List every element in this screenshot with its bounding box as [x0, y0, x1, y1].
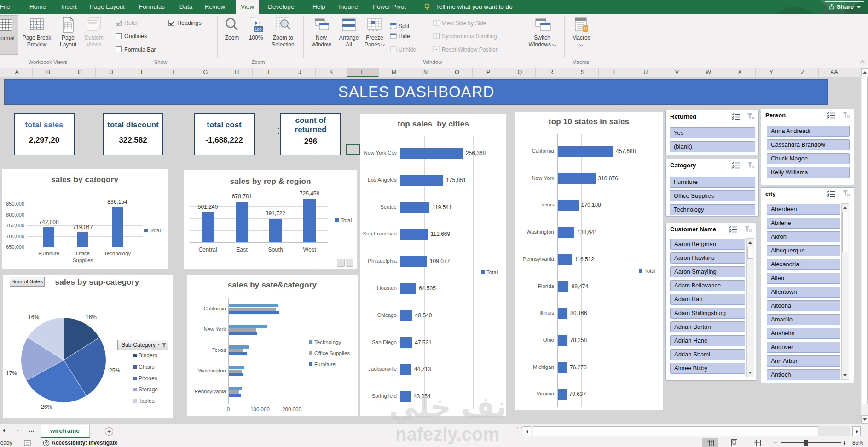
slicer-item-adrian-barton[interactable]: Adrian Barton	[670, 321, 745, 332]
zoom-out-button[interactable]: −	[773, 438, 777, 447]
gridlines-checkbox[interactable]: Gridlines	[116, 33, 147, 40]
kpi-total-cost[interactable]: total cost -1,688,222	[194, 113, 255, 155]
reset-window-position-button[interactable]: Reset Window Position	[433, 46, 498, 54]
zoom-in-button[interactable]: +	[842, 438, 846, 447]
sheet-tab-wireframe[interactable]: wireframe	[41, 425, 90, 438]
clear-filter-icon[interactable]	[744, 226, 752, 234]
clear-filter-icon[interactable]	[842, 112, 850, 120]
synchronous-scrolling-button[interactable]: Synchronous Scrolling	[433, 33, 497, 40]
column-header-Y[interactable]: Y	[756, 68, 787, 77]
selected-cell[interactable]	[346, 144, 360, 155]
arrange-all-button[interactable]: ArrangeAll	[336, 15, 362, 55]
column-header-L[interactable]: L	[347, 68, 378, 77]
vertical-scrollbar-thumb[interactable]	[862, 77, 868, 404]
view-side-by-side-button[interactable]: View Side by Side	[433, 20, 486, 28]
scroll-down-button[interactable]	[861, 415, 868, 424]
slicer-scroll-down[interactable]	[842, 372, 849, 379]
clear-filter-icon[interactable]	[747, 114, 755, 121]
collapse-ribbon-button[interactable]	[860, 60, 866, 64]
slicer-scrollbar[interactable]	[746, 238, 754, 377]
slicer-item-yes[interactable]: Yes	[670, 127, 755, 138]
slicer-scrollbar[interactable]	[841, 203, 849, 380]
zoom-slider-track[interactable]	[781, 442, 841, 443]
chart-sales-by-category[interactable]: sales by category850,000800,000750,00070…	[1, 168, 168, 269]
horizontal-scrollbar-thumb[interactable]	[533, 426, 818, 436]
slicer-item-akron[interactable]: Akron	[767, 231, 840, 242]
column-header-A[interactable]: A	[1, 68, 33, 77]
sheet-grid[interactable]: SALES DASHBOARD total sales 2,297,20 tot…	[0, 77, 861, 424]
slicer-item--blank-[interactable]: (blank)	[670, 141, 755, 152]
slicer-person[interactable]: PersonAnna AndreadiCassandra BrandowChuc…	[761, 109, 854, 185]
kpi-total-discount[interactable]: total discount 322,582	[103, 113, 163, 155]
horizontal-scrollbar[interactable]	[523, 426, 861, 436]
chart-top-10-states-in-sales[interactable]: top 10 states in salesCalifornia457,688N…	[515, 112, 663, 411]
accessibility-status[interactable]: Accessibility: Investigate	[52, 438, 117, 447]
statusbar-page-layout-button[interactable]	[726, 438, 742, 447]
zoom-100-button[interactable]: 100 100%	[246, 15, 266, 55]
column-header-O[interactable]: O	[441, 68, 473, 77]
chart-sales-by-sub-category[interactable]: sales by sup-categorySum of Sales16%25%2…	[3, 274, 173, 418]
slicer-item-aaron-bergman[interactable]: Aaron Bergman	[670, 239, 745, 250]
chart-expand-button[interactable]: +	[337, 259, 345, 267]
column-header-P[interactable]: P	[473, 68, 504, 77]
slicer-item-adam-shillingsburg[interactable]: Adam Shillingsburg	[670, 308, 745, 319]
column-header-F[interactable]: F	[159, 68, 190, 77]
multi-select-icon[interactable]	[827, 190, 836, 199]
slicer-item-allentown[interactable]: Allentown	[767, 287, 840, 298]
slicer-customer-name[interactable]: Customer NameAaron BergmanAaron HawkinsA…	[665, 223, 756, 381]
slicer-item-albuquerque[interactable]: Albuquerque	[767, 245, 840, 256]
macros-button[interactable]: Macros	[568, 15, 594, 55]
vertical-scrollbar[interactable]	[861, 68, 868, 424]
normal-view-button[interactable]: Normal	[0, 15, 18, 55]
page-break-preview-button[interactable]: Page BreakPreview	[19, 15, 54, 55]
hide-button[interactable]: Hide	[390, 33, 410, 40]
column-header-X[interactable]: X	[724, 68, 756, 77]
multi-select-icon[interactable]	[827, 111, 836, 120]
split-button[interactable]: Split	[390, 23, 409, 30]
sheet-tab-ellipsis[interactable]: ...	[29, 425, 35, 433]
zoom-level[interactable]: 86%	[852, 438, 863, 447]
kpi-total-sales[interactable]: total sales 2,297,20	[14, 113, 75, 155]
ruler-checkbox[interactable]: Ruler	[116, 20, 138, 27]
column-header-I[interactable]: I	[253, 68, 284, 77]
new-sheet-button[interactable]: +	[105, 427, 113, 436]
slicer-returned[interactable]: ReturnedYes(blank)	[665, 110, 759, 155]
slicer-item-chuck-magee[interactable]: Chuck Magee	[767, 153, 850, 164]
slicer-item-furniture[interactable]: Furniture	[670, 177, 755, 188]
formula-bar-checkbox[interactable]: Formula Bar	[116, 46, 156, 54]
scroll-left-button[interactable]	[523, 426, 531, 436]
new-window-button[interactable]: NewWindow	[307, 15, 335, 55]
column-header-R[interactable]: R	[536, 68, 567, 77]
kpi-count-of-returned[interactable]: count ofreturned 296	[280, 113, 341, 155]
column-header-D[interactable]: D	[96, 68, 127, 77]
unhide-button[interactable]: Unhide	[390, 46, 416, 54]
slicer-item-amarillo[interactable]: Amarillo	[767, 314, 840, 325]
horizontal-scrollbar-track[interactable]	[533, 426, 850, 436]
slicer-item-alexandria[interactable]: Alexandria	[767, 259, 840, 270]
chart-sales-by-rep-region[interactable]: sales by rep & region501,240Central678,7…	[183, 170, 358, 270]
column-header-M[interactable]: M	[379, 68, 410, 77]
column-header-V[interactable]: V	[661, 68, 693, 77]
macro-record-icon[interactable]	[24, 440, 31, 447]
share-button[interactable]: Share	[825, 1, 864, 12]
menu-tab-help[interactable]: Help	[307, 0, 330, 14]
slicer-item-anaheim[interactable]: Anaheim	[767, 328, 840, 339]
column-header-T[interactable]: T	[599, 68, 630, 77]
scroll-up-button[interactable]	[861, 68, 868, 76]
menu-tab-insert[interactable]: Insert	[56, 0, 82, 14]
slicer-item-aimee-bixby[interactable]: Aimee Bixby	[670, 363, 745, 374]
column-header-E[interactable]: E	[127, 68, 158, 77]
column-header-U[interactable]: U	[630, 68, 661, 77]
slicer-scroll-down[interactable]	[747, 369, 754, 377]
menu-tab-page-layout[interactable]: Page Layout	[86, 0, 129, 14]
slicer-item-kelly-williams[interactable]: Kelly Williams	[767, 167, 850, 178]
column-header-J[interactable]: J	[284, 68, 316, 77]
column-header-N[interactable]: N	[410, 68, 441, 77]
slicer-item-aaron-hawkins[interactable]: Aaron Hawkins	[670, 252, 745, 264]
slicer-item-allen[interactable]: Allen	[767, 273, 840, 284]
sheet-nav-right-arrow[interactable]	[17, 429, 21, 433]
headings-checkbox[interactable]: Headings	[168, 20, 202, 27]
column-header-W[interactable]: W	[693, 68, 724, 77]
column-header-S[interactable]: S	[567, 68, 598, 77]
scrollbar-resize-handle[interactable]: ⋮⋮	[515, 427, 519, 436]
